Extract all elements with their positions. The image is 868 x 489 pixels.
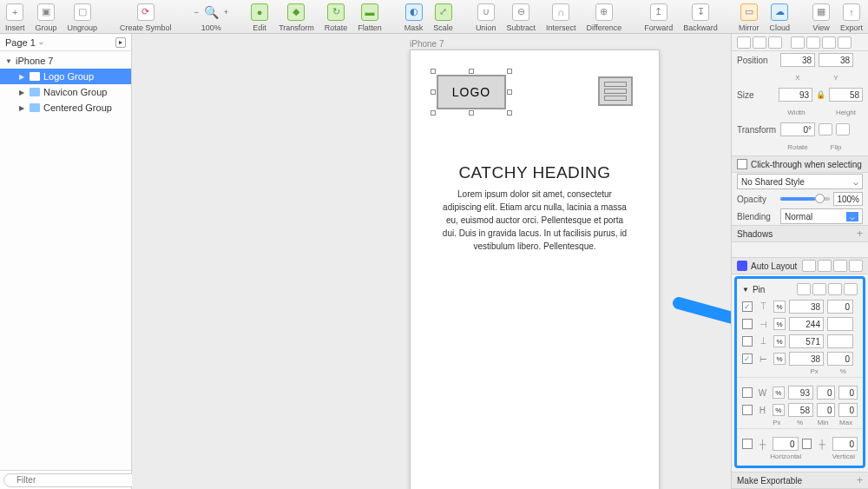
top-toolbar: +Insert ▣Group ▢Ungroup ⟳Create Symbol −…: [0, 0, 868, 34]
tb-insert[interactable]: +Insert: [0, 0, 30, 33]
pin-top-pct-icon[interactable]: %: [773, 301, 786, 313]
distribute-icon[interactable]: [838, 36, 852, 49]
pin-left-pctval[interactable]: 0: [827, 352, 853, 366]
artboard-iphone7[interactable]: LOGO CATCHY HEADING Lorem ipsum dolor si…: [410, 50, 660, 489]
flip-v-icon[interactable]: [836, 123, 850, 135]
autolayout-header[interactable]: Auto Layout: [751, 261, 797, 271]
layer-centered-group[interactable]: ▶Centered Group: [0, 100, 131, 116]
tb-scale[interactable]: ⤢Scale: [428, 0, 458, 33]
page-name: Page 1: [5, 37, 36, 48]
pos-x-input[interactable]: 38: [780, 53, 815, 67]
tb-mask[interactable]: ◐Mask: [399, 0, 429, 33]
artboard-row[interactable]: ▼iPhone 7: [0, 53, 131, 69]
tb-subtract[interactable]: ⊖Subtract: [501, 0, 541, 33]
heading-text[interactable]: CATCHY HEADING: [411, 163, 659, 182]
pos-y-input[interactable]: 38: [819, 53, 853, 67]
transform-label: Transform: [737, 125, 777, 135]
align-center-h-icon[interactable]: [753, 36, 766, 49]
artboard-label[interactable]: iPhone 7: [410, 39, 444, 49]
page-add-icon[interactable]: ▸: [115, 37, 126, 48]
height-input[interactable]: 58: [829, 88, 863, 102]
pin-bottom-px[interactable]: 571: [789, 334, 824, 348]
blending-dropdown[interactable]: Normal⌵: [780, 208, 863, 224]
center-v-icon: ┼: [815, 439, 829, 449]
tb-export[interactable]: ↑Export: [835, 0, 868, 33]
pin-top-icon: ⟙: [756, 301, 770, 312]
pin-top-pctval[interactable]: 0: [827, 300, 853, 314]
al-opt1-icon[interactable]: [802, 260, 816, 272]
align-left-icon[interactable]: [737, 36, 751, 49]
layer-navicon-group[interactable]: ▶Navicon Group: [0, 84, 131, 100]
pin-left-check[interactable]: [742, 354, 753, 364]
add-shadow-icon[interactable]: +: [857, 228, 863, 240]
center-h-check[interactable]: [742, 439, 753, 449]
width-input[interactable]: 93: [779, 88, 812, 102]
pin-preset3-icon[interactable]: [828, 283, 842, 295]
navicon-box[interactable]: [598, 76, 633, 106]
flip-h-icon[interactable]: [819, 123, 832, 135]
align-center-v-icon[interactable]: [806, 36, 820, 49]
logo-box[interactable]: LOGO: [437, 75, 506, 109]
shared-style-dropdown[interactable]: No Shared Style⌵: [737, 174, 863, 189]
pin-left-icon: ⊢: [756, 354, 770, 364]
opacity-slider[interactable]: [780, 197, 830, 201]
pin-w-check[interactable]: [742, 387, 753, 398]
pin-preset2-icon[interactable]: [812, 283, 826, 295]
rotate-input[interactable]: 0°: [780, 122, 815, 136]
al-opt4-icon[interactable]: [849, 260, 863, 272]
pin-left-px[interactable]: 38: [789, 352, 824, 366]
tb-rotate[interactable]: ↻Rotate: [319, 0, 353, 33]
shadows-header[interactable]: Shadows: [737, 229, 773, 239]
tb-transform[interactable]: ◆Transform: [273, 0, 319, 33]
al-opt3-icon[interactable]: [833, 260, 847, 272]
pin-top-check[interactable]: [742, 301, 753, 312]
pin-right-px[interactable]: 244: [789, 317, 824, 331]
page-selector[interactable]: Page 1⌵ ▸: [0, 34, 131, 51]
filter-input[interactable]: [3, 473, 140, 487]
opacity-input[interactable]: 100%: [833, 192, 863, 206]
tb-mirror[interactable]: ▭Mirror: [733, 0, 765, 33]
align-top-icon[interactable]: [791, 36, 805, 49]
pin-header[interactable]: Pin: [753, 285, 765, 294]
pin-bottom-icon: ⟘: [756, 336, 770, 347]
make-exportable-header[interactable]: Make Exportable: [737, 476, 802, 486]
tb-ungroup[interactable]: ▢Ungroup: [62, 0, 103, 33]
tb-intersect[interactable]: ∩Intersect: [541, 0, 582, 33]
tb-union[interactable]: ∪Union: [470, 0, 502, 33]
tb-backward[interactable]: ↧Backward: [678, 0, 723, 33]
callout-arrow: [670, 294, 731, 373]
pin-trash-icon[interactable]: [844, 283, 858, 295]
pin-preset1-icon[interactable]: [797, 283, 811, 295]
canvas[interactable]: iPhone 7 LOGO CATCHY HEADING Lorem ipsum…: [132, 34, 731, 489]
align-right-icon[interactable]: [768, 36, 782, 49]
tb-flatten[interactable]: ▬Flatten: [352, 0, 387, 33]
tb-view[interactable]: ▦View: [807, 0, 835, 33]
pin-h-check[interactable]: [742, 405, 753, 415]
paragraph-text[interactable]: Lorem ipsum dolor sit amet, consectetur …: [442, 188, 628, 253]
layer-logo-group[interactable]: ▶Logo Group: [0, 69, 131, 84]
svg-line-0: [679, 303, 731, 351]
layers-panel: Page 1⌵ ▸ ▼iPhone 7 ▶Logo Group ▶Navicon…: [0, 34, 132, 489]
pin-right-check[interactable]: [742, 319, 753, 329]
align-bottom-icon[interactable]: [822, 36, 836, 49]
lock-icon[interactable]: 🔒: [816, 90, 825, 99]
pin-w-val[interactable]: 93: [788, 386, 813, 400]
tb-difference[interactable]: ⊕Difference: [581, 0, 627, 33]
tb-zoom[interactable]: −🔍+100%: [189, 0, 234, 33]
tb-edit[interactable]: ●Edit: [246, 0, 273, 33]
pin-top-px[interactable]: 38: [789, 300, 824, 314]
tb-cloud[interactable]: ☁Cloud: [764, 0, 795, 33]
tb-create-symbol[interactable]: ⟳Create Symbol: [115, 0, 177, 33]
pin-bottom-check[interactable]: [742, 336, 753, 347]
pin-h-val[interactable]: 58: [788, 403, 813, 417]
tb-forward[interactable]: ↥Forward: [639, 0, 678, 33]
clickthrough-checkbox[interactable]: [737, 159, 747, 169]
center-v-check[interactable]: [802, 439, 812, 449]
size-label: Size: [737, 90, 775, 100]
pin-panel: ▼Pin ⟙%380 ⊣%244 ⟘%571 ⊢%380 Px% W%9300 …: [734, 276, 865, 468]
tb-group[interactable]: ▣Group: [30, 0, 62, 33]
inspector-panel: Position 38 38 XY Size 93🔒 58 WidthHeigh…: [731, 34, 868, 489]
pin-right-icon: ⊣: [756, 320, 770, 329]
al-opt2-icon[interactable]: [818, 260, 832, 272]
add-export-icon[interactable]: +: [857, 474, 863, 486]
